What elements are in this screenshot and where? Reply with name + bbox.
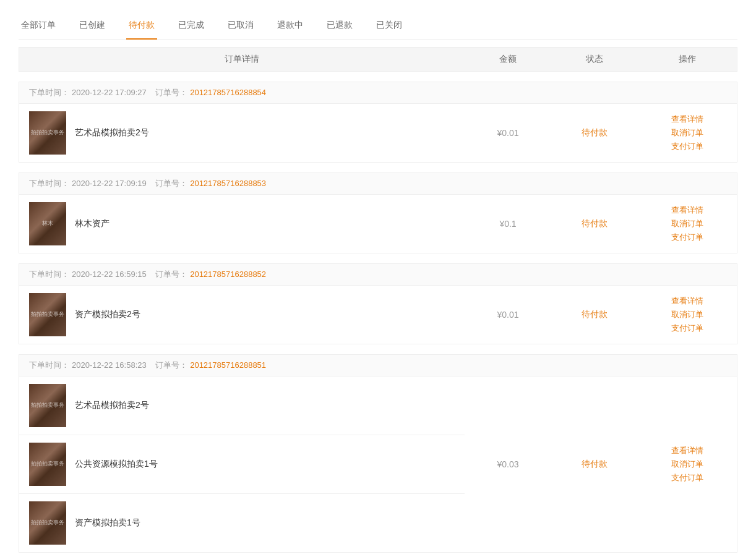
order-time: 2020-12-22 17:09:19 — [72, 179, 147, 188]
item-name: 艺术品模拟拍卖2号 — [75, 400, 149, 411]
order-num-label: 订单号： — [155, 360, 187, 370]
order-item-row: 拍拍拍卖事务 资产模拟拍卖1号 — [19, 494, 465, 552]
action-link-2[interactable]: 支付订单 — [671, 323, 703, 334]
item-status: 待付款 — [551, 309, 638, 320]
order-group-3: 下单时间：2020-12-22 16:58:23 订单号：20121785716… — [19, 354, 737, 553]
action-link-1[interactable]: 取消订单 — [671, 309, 703, 320]
action-link-1[interactable]: 取消订单 — [671, 459, 703, 470]
item-image: 拍拍拍卖事务 — [29, 111, 66, 155]
img-text: 拍拍拍卖事务 — [30, 459, 66, 469]
order-number[interactable]: 20121785716288853 — [190, 179, 266, 188]
item-detail: 拍拍拍卖事务 公共资源模拟拍卖1号 — [19, 435, 465, 493]
order-group-1: 下单时间：2020-12-22 17:09:19 订单号：20121785716… — [19, 172, 737, 253]
multi-amount: ¥0.03 — [465, 459, 551, 469]
action-link-1[interactable]: 取消订单 — [671, 218, 703, 229]
item-name: 艺术品模拟拍卖2号 — [75, 127, 149, 138]
time-label: 下单时间： — [29, 270, 69, 279]
order-group-2: 下单时间：2020-12-22 16:59:15 订单号：20121785716… — [19, 263, 737, 344]
order-item-row: 拍拍拍卖事务 艺术品模拟拍卖2号 ¥0.01 待付款 查看详情取消订单支付订单 — [19, 104, 737, 162]
item-image: 拍拍拍卖事务 — [29, 384, 66, 427]
img-text: 拍拍拍卖事务 — [30, 128, 66, 138]
multi-right: ¥0.03 待付款 查看详情取消订单支付订单 — [465, 376, 737, 552]
item-amount: ¥0.01 — [465, 310, 551, 320]
action-link-2[interactable]: 支付订单 — [671, 472, 703, 483]
action-link-0[interactable]: 查看详情 — [671, 445, 703, 456]
item-status: 待付款 — [551, 127, 638, 138]
item-actions: 查看详情取消订单支付订单 — [638, 106, 737, 159]
orders-container: 下单时间：2020-12-22 17:09:27 订单号：20121785716… — [19, 82, 737, 553]
header-status: 状态 — [551, 54, 638, 65]
header-detail: 订单详情 — [19, 54, 465, 65]
item-image: 林木 — [29, 202, 66, 245]
img-text: 林木 — [41, 219, 54, 229]
action-link-0[interactable]: 查看详情 — [671, 114, 703, 125]
multi-actions: 查看详情取消订单支付订单 — [638, 445, 737, 483]
item-amount: ¥0.1 — [465, 219, 551, 229]
order-item-row: 拍拍拍卖事务 公共资源模拟拍卖1号 — [19, 435, 465, 494]
order-number[interactable]: 20121785716288854 — [190, 88, 266, 97]
item-image: 拍拍拍卖事务 — [29, 293, 66, 336]
tab-all[interactable]: 全部订单 — [19, 12, 58, 40]
item-image: 拍拍拍卖事务 — [29, 443, 66, 486]
img-text: 拍拍拍卖事务 — [30, 310, 66, 320]
tab-cancelled[interactable]: 已取消 — [225, 12, 256, 40]
multi-row-section: 拍拍拍卖事务 艺术品模拟拍卖2号 拍拍拍卖事务 公共资源模拟拍卖1号 — [19, 376, 737, 552]
time-label: 下单时间： — [29, 179, 69, 188]
order-group-0: 下单时间：2020-12-22 17:09:27 订单号：20121785716… — [19, 82, 737, 163]
img-text: 拍拍拍卖事务 — [30, 401, 66, 410]
item-detail: 拍拍拍卖事务 艺术品模拟拍卖2号 — [19, 104, 465, 162]
order-meta-0: 下单时间：2020-12-22 17:09:27 订单号：20121785716… — [19, 82, 737, 104]
order-time: 2020-12-22 16:59:15 — [72, 270, 147, 279]
order-num-label: 订单号： — [155, 88, 187, 97]
multi-status: 待付款 — [551, 459, 638, 470]
order-num-label: 订单号： — [155, 270, 187, 279]
tab-pending[interactable]: 待付款 — [126, 12, 157, 40]
multi-items-col: 拍拍拍卖事务 艺术品模拟拍卖2号 拍拍拍卖事务 公共资源模拟拍卖1号 — [19, 376, 465, 552]
action-link-2[interactable]: 支付订单 — [671, 141, 703, 152]
time-label: 下单时间： — [29, 360, 69, 370]
item-detail: 拍拍拍卖事务 艺术品模拟拍卖2号 — [19, 376, 465, 435]
order-meta-2: 下单时间：2020-12-22 16:59:15 订单号：20121785716… — [19, 264, 737, 286]
item-detail: 林木 林木资产 — [19, 195, 465, 253]
item-detail: 拍拍拍卖事务 资产模拟拍卖1号 — [19, 494, 465, 552]
item-amount: ¥0.01 — [465, 128, 551, 138]
item-image: 拍拍拍卖事务 — [29, 501, 66, 545]
page-container: 全部订单已创建待付款已完成已取消退款中已退款已关闭 订单详情 金额 状态 操作 … — [0, 0, 756, 557]
item-actions: 查看详情取消订单支付订单 — [638, 197, 737, 250]
tab-created[interactable]: 已创建 — [77, 12, 108, 40]
table-header: 订单详情 金额 状态 操作 — [19, 47, 737, 72]
item-name: 公共资源模拟拍卖1号 — [75, 459, 158, 470]
item-detail: 拍拍拍卖事务 资产模拟拍卖2号 — [19, 286, 465, 344]
header-action: 操作 — [638, 54, 737, 65]
tab-refunded[interactable]: 已退款 — [324, 12, 355, 40]
order-time: 2020-12-22 16:58:23 — [72, 360, 147, 370]
order-meta-3: 下单时间：2020-12-22 16:58:23 订单号：20121785716… — [19, 355, 737, 376]
order-time: 2020-12-22 17:09:27 — [72, 88, 147, 97]
tabs-bar: 全部订单已创建待付款已完成已取消退款中已退款已关闭 — [19, 12, 737, 40]
action-link-1[interactable]: 取消订单 — [671, 127, 703, 138]
header-amount: 金额 — [465, 54, 551, 65]
order-meta-1: 下单时间：2020-12-22 17:09:19 订单号：20121785716… — [19, 173, 737, 195]
item-status: 待付款 — [551, 218, 638, 229]
order-number[interactable]: 20121785716288851 — [190, 360, 266, 370]
item-name: 资产模拟拍卖1号 — [75, 517, 140, 529]
order-item-row: 拍拍拍卖事务 艺术品模拟拍卖2号 — [19, 376, 465, 435]
order-item-row: 林木 林木资产 ¥0.1 待付款 查看详情取消订单支付订单 — [19, 195, 737, 253]
action-link-2[interactable]: 支付订单 — [671, 232, 703, 243]
item-name: 资产模拟拍卖2号 — [75, 309, 140, 320]
item-actions: 查看详情取消订单支付订单 — [638, 288, 737, 341]
tab-completed[interactable]: 已完成 — [176, 12, 207, 40]
action-link-0[interactable]: 查看详情 — [671, 296, 703, 307]
time-label: 下单时间： — [29, 88, 69, 97]
order-item-row: 拍拍拍卖事务 资产模拟拍卖2号 ¥0.01 待付款 查看详情取消订单支付订单 — [19, 286, 737, 344]
item-name: 林木资产 — [75, 218, 110, 229]
order-num-label: 订单号： — [155, 179, 187, 188]
action-link-0[interactable]: 查看详情 — [671, 205, 703, 216]
img-text: 拍拍拍卖事务 — [30, 518, 66, 528]
tab-refunding[interactable]: 退款中 — [275, 12, 306, 40]
order-number[interactable]: 20121785716288852 — [190, 270, 266, 279]
tab-closed[interactable]: 已关闭 — [374, 12, 405, 40]
